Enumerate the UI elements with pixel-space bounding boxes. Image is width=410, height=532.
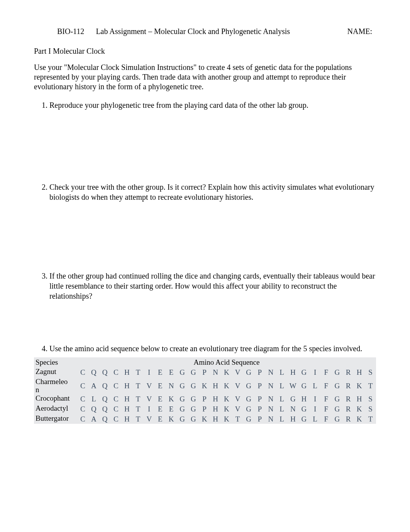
amino-acid-cell: L [310,414,321,424]
answer-space-1 [49,110,376,178]
amino-acid-cell: L [276,414,288,424]
species-column-header: Species [34,357,77,367]
course-code: BIO-112 [57,27,84,36]
amino-acid-cell: G [298,367,310,377]
amino-acid-cell: F [320,414,332,424]
amino-acid-cell: N [265,414,276,424]
amino-acid-cell: L [88,394,100,404]
question-4-text: Use the amino acid sequence below to cre… [49,344,362,353]
answer-space-2 [49,202,376,267]
sequence-column-header: Amino Acid Sequence [77,357,376,367]
amino-acid-cell: K [354,377,365,394]
amino-acid-cell: F [320,394,332,404]
amino-acid-cell: G [177,404,188,414]
amino-acid-cell: Q [99,404,110,414]
sequence-table: Species Amino Acid Sequence ZagnutCQQCHT… [34,357,376,424]
table-row: ZagnutCQQCHTIEEGGPNKVGPNLHGIFGRHS [34,367,376,377]
amino-acid-cell: V [144,394,155,404]
amino-acid-cell: T [365,414,376,424]
table-row: CharmeleonCAQCHTVENGGKHKVGPNLWGLFGRKT [34,377,376,394]
amino-acid-cell: C [110,404,122,414]
amino-acid-cell: G [332,404,343,414]
species-name-cell: Buttergator [34,414,77,424]
amino-acid-cell: Q [99,414,110,424]
amino-acid-cell: G [188,404,199,414]
amino-acid-cell: G [298,414,310,424]
answer-space-3 [49,301,376,340]
amino-acid-cell: H [122,394,133,404]
amino-acid-cell: G [332,414,343,424]
amino-acid-cell: G [243,377,254,394]
amino-acid-cell: F [320,404,332,414]
amino-acid-cell: G [188,394,199,404]
question-3: If the other group had continued rolling… [49,271,376,340]
amino-acid-cell: V [232,377,243,394]
amino-acid-cell: E [155,377,166,394]
amino-acid-cell: R [343,367,354,377]
amino-acid-cell: I [310,404,321,414]
amino-acid-cell: P [199,367,210,377]
sequence-table-container: Species Amino Acid Sequence ZagnutCQQCHT… [34,357,376,424]
amino-acid-cell: C [110,414,122,424]
question-2: Check your tree with the other group. Is… [49,182,376,267]
amino-acid-cell: V [144,377,155,394]
amino-acid-cell: G [177,377,188,394]
amino-acid-cell: S [365,394,376,404]
amino-acid-cell: I [144,404,155,414]
amino-acid-cell: C [110,367,122,377]
amino-acid-cell: G [177,414,188,424]
amino-acid-cell: H [122,414,133,424]
amino-acid-cell: G [188,377,199,394]
intro-paragraph: Use your "Molecular Clock Simulation Ins… [34,63,376,92]
species-name-cell: Crocophant [34,394,77,404]
amino-acid-cell: G [188,367,199,377]
amino-acid-cell: T [132,404,144,414]
amino-acid-cell: C [77,414,88,424]
amino-acid-cell: Q [99,367,110,377]
amino-acid-cell: C [77,377,88,394]
table-row: AerodactylCQQCHTIEEGGPHKVGPNLNGIFGRKS [34,404,376,414]
amino-acid-cell: G [243,367,254,377]
amino-acid-cell: E [155,367,166,377]
amino-acid-cell: K [166,414,177,424]
amino-acid-cell: K [221,377,232,394]
document-header: BIO-112 Lab Assignment – Molecular Clock… [34,27,376,36]
amino-acid-cell: T [232,414,243,424]
amino-acid-cell: S [365,367,376,377]
amino-acid-cell: L [276,367,288,377]
amino-acid-cell: E [155,414,166,424]
amino-acid-cell: H [354,367,365,377]
amino-acid-cell: G [287,394,298,404]
amino-acid-cell: R [343,414,354,424]
amino-acid-cell: T [132,394,144,404]
amino-acid-cell: K [166,394,177,404]
amino-acid-cell: K [221,367,232,377]
amino-acid-cell: N [265,394,276,404]
amino-acid-cell: C [110,394,122,404]
amino-acid-cell: H [210,404,221,414]
amino-acid-cell: I [310,394,321,404]
amino-acid-cell: G [177,367,188,377]
amino-acid-cell: G [243,414,254,424]
question-list: Reproduce your phylogenetic tree from th… [34,100,376,354]
amino-acid-cell: I [144,367,155,377]
amino-acid-cell: T [365,377,376,394]
amino-acid-cell: N [210,367,221,377]
question-1-text: Reproduce your phylogenetic tree from th… [49,101,308,109]
species-name-cell: Charmeleon [34,377,77,394]
section-title: Part I Molecular Clock [34,47,376,56]
amino-acid-cell: R [343,404,354,414]
amino-acid-cell: H [210,414,221,424]
question-1: Reproduce your phylogenetic tree from th… [49,100,376,178]
amino-acid-cell: V [232,404,243,414]
amino-acid-cell: I [310,367,321,377]
table-row: ButtergatorCAQCHTVEKGGKHKTGPNLHGLFGRKT [34,414,376,424]
amino-acid-cell: G [332,394,343,404]
question-4: Use the amino acid sequence below to cre… [49,343,376,354]
amino-acid-cell: G [188,414,199,424]
amino-acid-cell: N [265,377,276,394]
amino-acid-cell: P [254,404,266,414]
amino-acid-cell: E [155,404,166,414]
question-2-text: Check your tree with the other group. Is… [49,183,374,201]
amino-acid-cell: P [254,414,266,424]
